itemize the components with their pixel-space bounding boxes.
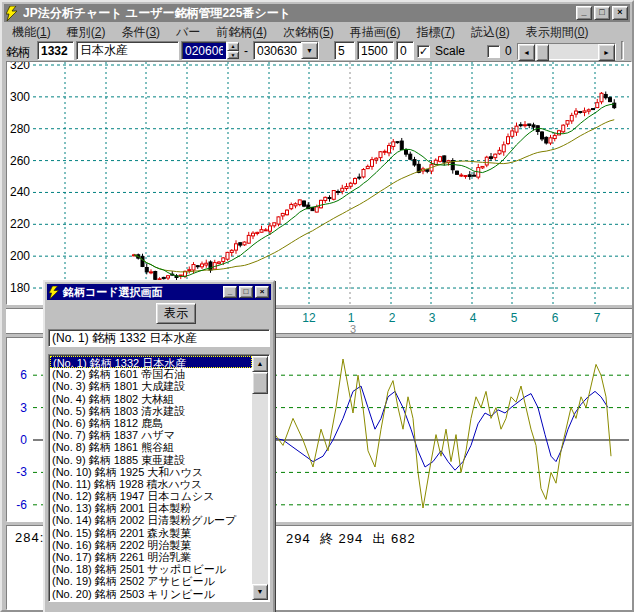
period-scrollbar[interactable]: ◄ ► xyxy=(517,43,616,60)
svg-text:260: 260 xyxy=(10,154,30,168)
count-input[interactable] xyxy=(357,41,394,60)
stock-list[interactable]: ▲ ▼ (No. 1) 銘柄 1332 日本水産(No. 2) 銘柄 1601 … xyxy=(48,354,270,602)
menu-yomikomi[interactable]: 読込(8) xyxy=(463,22,518,43)
svg-text:-3: -3 xyxy=(16,465,27,479)
list-item[interactable]: (No. 1) 銘柄 1332 日本水産 xyxy=(50,356,252,368)
scroll-thumb[interactable] xyxy=(536,44,549,61)
bars-input[interactable] xyxy=(334,41,355,60)
check-icon: ✓ xyxy=(418,46,429,57)
price-chart: 320300280260240220200180 xyxy=(6,61,632,305)
date-from-input[interactable] xyxy=(181,41,227,60)
list-item[interactable]: (No. 14) 銘柄 2002 日清製粉グループ xyxy=(50,514,252,526)
svg-text:180: 180 xyxy=(10,281,30,295)
dialog-titlebar[interactable]: 銘柄コード選択画面 _ □ × xyxy=(47,284,271,300)
list-item[interactable]: (No. 8) 銘柄 1861 熊谷組 xyxy=(50,441,252,453)
svg-text:0: 0 xyxy=(20,433,27,447)
svg-text:3: 3 xyxy=(20,401,27,415)
date-from-spin-down-icon[interactable]: ▼ xyxy=(227,51,239,60)
menu-kinou[interactable]: 機能(1) xyxy=(4,22,59,43)
svg-text:280: 280 xyxy=(10,122,30,136)
list-item[interactable]: (No. 18) 銘柄 2501 サッポロビール xyxy=(50,563,252,575)
list-item[interactable]: (No. 7) 銘柄 1837 ハザマ xyxy=(50,429,252,441)
symbol-label: 銘柄 xyxy=(6,44,30,61)
close-button[interactable]: × xyxy=(612,6,628,20)
month-tick-label: 5 xyxy=(511,311,518,325)
list-scroll-thumb[interactable] xyxy=(252,372,268,394)
list-item[interactable]: (No. 11) 銘柄 1928 積水ハウス xyxy=(50,478,252,490)
dialog-title: 銘柄コード選択画面 xyxy=(63,285,163,300)
app-lightning-icon xyxy=(6,6,19,21)
scroll-left-icon[interactable]: ◄ xyxy=(518,44,535,61)
range-separator: - xyxy=(244,44,248,58)
scale-label: Scale xyxy=(435,44,465,58)
list-scroll-down-icon[interactable]: ▼ xyxy=(252,584,268,600)
menu-tsugi-meigara[interactable]: 次銘柄(5) xyxy=(275,22,342,43)
month-tick-label: 2 xyxy=(389,311,396,325)
symbol-name-input[interactable] xyxy=(76,41,179,60)
list-item[interactable]: (No. 5) 銘柄 1803 清水建設 xyxy=(50,405,252,417)
svg-text:320: 320 xyxy=(10,62,30,72)
date-from-spin-up-icon[interactable]: ▲ xyxy=(227,42,239,51)
list-item[interactable]: (No. 17) 銘柄 2261 明治乳業 xyxy=(50,551,252,563)
selected-stock-input[interactable] xyxy=(48,329,270,347)
list-item[interactable]: (No. 13) 銘柄 2001 日本製粉 xyxy=(50,502,252,514)
svg-text:220: 220 xyxy=(10,217,30,231)
symbol-code-input[interactable] xyxy=(37,41,74,60)
stock-select-dialog: 銘柄コード選択画面 _ □ × 表示 ▲ ▼ (No. 1) 銘柄 1332 日… xyxy=(43,280,275,612)
show-button[interactable]: 表示 xyxy=(156,303,196,324)
window-title: JP法分析チャート ユーザー銘柄管理225番シート xyxy=(23,5,291,22)
main-window: JP法分析チャート ユーザー銘柄管理225番シート _ □ × 機能(1) 種別… xyxy=(0,0,634,612)
toolbar: 銘柄 ▲ ▼ - ▼ ✓ Scale 0 ◄ ► xyxy=(4,41,630,61)
toolbar-divider xyxy=(621,41,624,60)
menu-jouken[interactable]: 条件(3) xyxy=(113,22,168,43)
svg-text:240: 240 xyxy=(10,185,30,199)
menu-hyouji-kikan[interactable]: 表示期間(0) xyxy=(518,22,597,43)
month-tick-label: 12 xyxy=(302,311,315,325)
flag-label: 0 xyxy=(505,44,512,58)
menu-mae-meigara[interactable]: 前銘柄(4) xyxy=(208,22,275,43)
dialog-maximize-button[interactable]: □ xyxy=(239,286,253,298)
dialog-close-button[interactable]: × xyxy=(255,286,269,298)
year-tick-label: 3 xyxy=(350,323,356,335)
menu-saibyouga[interactable]: 再描画(6) xyxy=(342,22,409,43)
price-chart-svg: 320300280260240220200180 xyxy=(7,62,631,304)
svg-text:300: 300 xyxy=(10,90,30,104)
month-tick-label: 7 xyxy=(594,311,601,325)
list-item[interactable]: (No. 20) 銘柄 2503 キリンビール xyxy=(50,588,252,600)
flag-checkbox[interactable] xyxy=(487,45,500,58)
month-tick-label: 3 xyxy=(429,311,436,325)
menubar: 機能(1) 種別(2) 条件(3) バー 前銘柄(4) 次銘柄(5) 再描画(6… xyxy=(4,23,630,41)
menu-shihyou[interactable]: 指標(7) xyxy=(408,22,463,43)
month-tick-label: 6 xyxy=(552,311,559,325)
list-item[interactable]: (No. 2) 銘柄 1601 帝国石油 xyxy=(50,368,252,380)
dialog-minimize-button[interactable]: _ xyxy=(223,286,237,298)
list-item[interactable]: (No. 10) 銘柄 1925 大和ハウス xyxy=(50,466,252,478)
list-item[interactable]: (No. 15) 銘柄 2201 森永製菓 xyxy=(50,527,252,539)
list-item[interactable]: (No. 9) 銘柄 1885 東亜建設 xyxy=(50,454,252,466)
list-item[interactable]: (No. 12) 銘柄 1947 日本コムシス xyxy=(50,490,252,502)
list-item[interactable]: (No. 16) 銘柄 2202 明治製菓 xyxy=(50,539,252,551)
list-item[interactable]: (No. 19) 銘柄 2502 アサヒビール xyxy=(50,575,252,587)
menu-bar[interactable]: バー xyxy=(168,22,208,43)
status-bar-number: 284: xyxy=(15,530,44,545)
month-tick-label: 4 xyxy=(470,311,477,325)
status-quote-text: 294 終 294 出 682 xyxy=(286,530,416,548)
menu-shubetsu[interactable]: 種別(2) xyxy=(59,22,114,43)
list-item[interactable]: (No. 4) 銘柄 1802 大林組 xyxy=(50,393,252,405)
list-item[interactable]: (No. 6) 銘柄 1812 鹿島 xyxy=(50,417,252,429)
minimize-button[interactable]: _ xyxy=(576,6,592,20)
offset-input[interactable] xyxy=(396,41,414,60)
maximize-button[interactable]: □ xyxy=(594,6,610,20)
date-to-dropdown-icon[interactable]: ▼ xyxy=(301,42,318,59)
dialog-lightning-icon xyxy=(49,286,60,299)
svg-text:6: 6 xyxy=(20,368,27,382)
svg-text:-6: -6 xyxy=(16,498,27,512)
titlebar[interactable]: JP法分析チャート ユーザー銘柄管理225番シート _ □ × xyxy=(4,4,630,22)
list-item[interactable]: (No. 3) 銘柄 1801 大成建設 xyxy=(50,380,252,392)
scale-checkbox[interactable]: ✓ xyxy=(417,45,430,58)
list-scrollbar[interactable]: ▲ ▼ xyxy=(252,356,268,600)
scroll-right-icon[interactable]: ► xyxy=(598,44,615,61)
svg-text:200: 200 xyxy=(10,249,30,263)
list-scroll-up-icon[interactable]: ▲ xyxy=(252,356,268,372)
